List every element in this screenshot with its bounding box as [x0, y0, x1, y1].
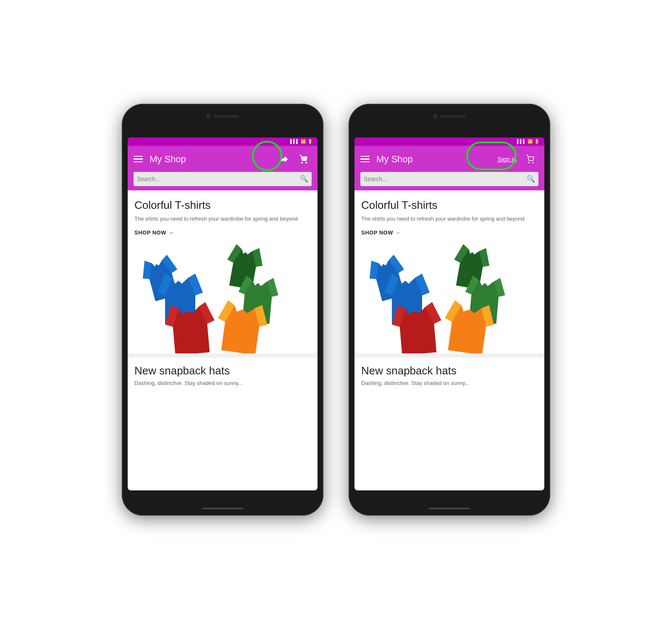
toolbar-1: My Shop [134, 150, 312, 169]
tshirts-svg-1 [128, 244, 318, 353]
shop-now-button-2[interactable]: SHOP NOW → [361, 229, 401, 236]
hero-section-1: Colorful T-shirts The shirts you need to… [128, 190, 318, 244]
phone-screen-1: ▌▌▌ 📶 🔋 My Shop [128, 137, 318, 490]
svg-point-3 [533, 162, 534, 163]
tshirts-image-1 [128, 244, 318, 353]
front-camera [206, 114, 210, 119]
second-desc-2: Dashing, distinctive. Stay shaded on sun… [361, 380, 538, 386]
app-title-1: My Shop [150, 154, 275, 165]
search-icon-1: 🔍 [300, 175, 308, 183]
app-title-2: My Shop [376, 154, 491, 165]
cart-icon-1[interactable] [297, 152, 312, 167]
signin-text-button[interactable]: Sign in [494, 154, 520, 164]
cart-icon-2[interactable] [523, 152, 538, 167]
home-bar [202, 508, 244, 509]
second-title-2: New snapback hats [361, 364, 538, 377]
hero-title-2: Colorful T-shirts [361, 199, 538, 212]
svg-point-2 [528, 162, 530, 163]
status-bar-1: ▌▌▌ 📶 🔋 [128, 137, 318, 146]
tshirts-svg-2 [354, 244, 544, 353]
shop-now-button-1[interactable]: SHOP NOW → [134, 229, 174, 236]
signal-icon: ▌▌▌ [290, 139, 299, 144]
second-desc-1: Dashing, distinctive. Stay shaded on sun… [134, 380, 311, 386]
hero-desc-2: The shirts you need to refresh your ward… [361, 215, 538, 223]
phone-2: ▌▌▌ 📶 🔋 My Shop Sign in [349, 104, 550, 516]
search-icon-2: 🔍 [527, 175, 535, 183]
section-divider-1 [128, 353, 318, 358]
svg-point-1 [306, 162, 307, 163]
front-camera-2 [433, 114, 437, 119]
signal-icon-2: ▌▌▌ [517, 139, 526, 144]
tshirts-image-2 [354, 244, 544, 353]
app-header-1: My Shop [128, 146, 318, 190]
hamburger-menu-icon-2[interactable] [360, 156, 370, 163]
toolbar-2: My Shop Sign in [360, 150, 538, 169]
second-title-1: New snapback hats [134, 364, 311, 377]
wifi-icon: 📶 [301, 139, 306, 144]
hero-title-1: Colorful T-shirts [134, 199, 311, 212]
section-divider-2 [354, 353, 544, 358]
app-header-2: My Shop Sign in 🔍 [354, 146, 544, 190]
app-content-2: Colorful T-shirts The shirts you need to… [354, 190, 544, 490]
speaker [214, 115, 239, 118]
second-section-1: New snapback hats Dashing, distinctive. … [128, 358, 318, 390]
wifi-icon-2: 📶 [528, 139, 533, 144]
app-content-1: Colorful T-shirts The shirts you need to… [128, 190, 318, 490]
battery-icon: 🔋 [307, 139, 312, 144]
speaker-2 [441, 115, 466, 118]
phone-1: ▌▌▌ 📶 🔋 My Shop [122, 104, 323, 516]
search-bar-2: 🔍 [360, 172, 538, 186]
home-bar-2 [428, 508, 470, 509]
signin-icon-button[interactable] [278, 152, 293, 167]
search-input-1[interactable] [137, 176, 300, 182]
search-input-2[interactable] [364, 176, 527, 182]
hero-section-2: Colorful T-shirts The shirts you need to… [354, 190, 544, 244]
status-bar-2: ▌▌▌ 📶 🔋 [354, 137, 544, 146]
phone-screen-2: ▌▌▌ 📶 🔋 My Shop Sign in [354, 137, 544, 490]
svg-point-0 [302, 162, 303, 163]
search-bar-1: 🔍 [134, 172, 312, 186]
hamburger-menu-icon[interactable] [134, 156, 143, 163]
hero-desc-1: The shirts you need to refresh your ward… [134, 215, 311, 223]
battery-icon-2: 🔋 [534, 139, 539, 144]
second-section-2: New snapback hats Dashing, distinctive. … [354, 358, 544, 390]
